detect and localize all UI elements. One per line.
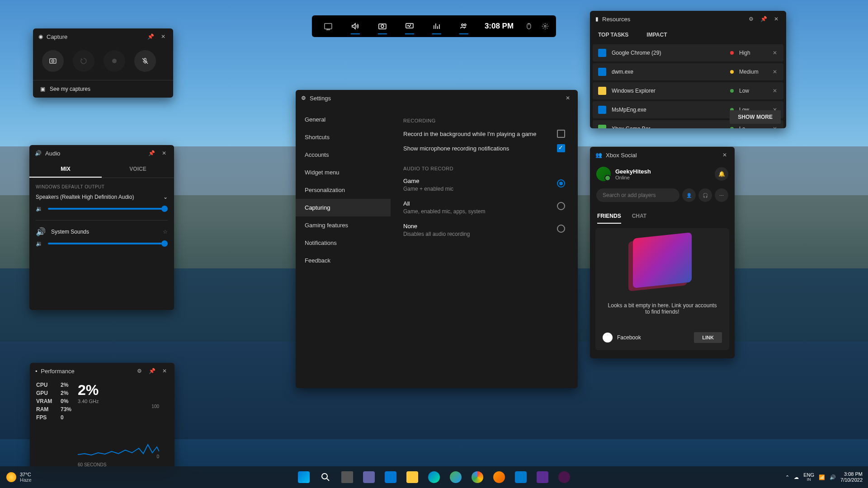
output-device-dropdown[interactable]: Speakers (Realtek High Definition Audio)… — [36, 194, 168, 200]
settings-nav: General Shortcuts Accounts Widget menu P… — [296, 106, 391, 386]
nav-gaming-features[interactable]: Gaming features — [296, 216, 391, 234]
svg-rect-0 — [325, 23, 332, 29]
teams-icon[interactable] — [359, 467, 379, 487]
chrome-icon[interactable] — [467, 467, 487, 487]
link-facebook-button[interactable]: LINK — [694, 332, 722, 343]
pin-icon[interactable]: 📌 — [147, 366, 156, 375]
close-icon[interactable]: ✕ — [563, 94, 572, 103]
radio-none[interactable] — [557, 225, 565, 233]
tab-top-tasks[interactable]: TOP TASKS — [598, 27, 628, 42]
perf-frequency: 3.40 GHz — [78, 399, 159, 404]
tray-clock[interactable]: 3:08 PM 7/10/2022 — [840, 471, 863, 483]
task-view-button[interactable] — [337, 467, 357, 487]
topbar-time: 3:08 PM — [477, 22, 521, 31]
vs-icon[interactable] — [533, 467, 552, 487]
system-sounds-slider[interactable] — [48, 243, 168, 244]
see-captures-link[interactable]: ▣ See my captures — [33, 80, 173, 98]
show-more-button[interactable]: SHOW MORE — [730, 110, 781, 124]
nav-shortcuts[interactable]: Shortcuts — [296, 128, 391, 146]
tab-impact[interactable]: IMPACT — [646, 27, 667, 42]
pin-icon[interactable]: 📌 — [146, 32, 155, 41]
more-button[interactable]: ⋯ — [715, 188, 728, 202]
explorer-icon[interactable] — [402, 467, 422, 487]
close-icon[interactable]: ✕ — [772, 14, 781, 23]
tray-chevron-icon[interactable]: ⌃ — [785, 474, 789, 480]
add-friend-button[interactable]: 👤 — [682, 188, 696, 202]
nav-capturing[interactable]: Capturing — [296, 199, 391, 216]
empty-message: Looks a bit empty in here. Link your acc… — [603, 302, 722, 315]
search-button[interactable] — [316, 467, 335, 487]
radio-game-sub: Game + enabled mic — [403, 186, 453, 192]
radio-game[interactable] — [557, 179, 565, 188]
audio-icon[interactable] — [342, 15, 369, 37]
recording-header: RECORDING — [403, 118, 565, 123]
svg-point-7 — [544, 25, 546, 27]
social-icon: 👥 — [595, 152, 602, 158]
options-icon[interactable]: ⚙ — [746, 14, 755, 23]
resources-icon[interactable] — [423, 15, 450, 37]
tab-friends[interactable]: FRIENDS — [597, 209, 621, 224]
options-icon[interactable]: ⚙ — [135, 366, 144, 375]
nav-feedback[interactable]: Feedback — [296, 252, 391, 269]
app-icon — [598, 106, 606, 114]
performance-icon[interactable] — [396, 15, 423, 37]
widgets-icon[interactable] — [315, 15, 342, 37]
nav-personalization[interactable]: Personalization — [296, 181, 391, 199]
app-icon[interactable] — [446, 467, 466, 487]
nav-accounts[interactable]: Accounts — [296, 146, 391, 164]
vscode-icon[interactable] — [511, 467, 531, 487]
speaker-icon: 🔊 — [36, 227, 46, 237]
impact-dot — [730, 51, 734, 55]
close-icon[interactable]: ✕ — [720, 150, 729, 160]
close-icon[interactable]: ✕ — [159, 32, 168, 41]
empty-friends-card: Looks a bit empty in here. Link your acc… — [595, 228, 729, 350]
facebook-label: Facebook — [617, 334, 641, 341]
record-last-button — [73, 50, 94, 72]
background-record-checkbox[interactable] — [557, 130, 565, 138]
master-volume-slider[interactable] — [48, 208, 168, 210]
slack-icon[interactable] — [554, 467, 574, 487]
edge-icon[interactable] — [424, 467, 444, 487]
search-players-input[interactable] — [596, 188, 679, 202]
speaker-icon: 🔉 — [36, 206, 42, 212]
pin-icon[interactable]: 📌 — [147, 149, 156, 158]
firefox-icon[interactable] — [489, 467, 509, 487]
close-icon[interactable]: ✕ — [160, 366, 169, 375]
resource-row: Google Chrome (29)High✕ — [593, 44, 783, 61]
audio-widget: 🔊 Audio 📌 ✕ MIX VOICE WINDOWS DEFAULT OU… — [29, 145, 174, 310]
settings-icon[interactable] — [537, 15, 553, 37]
nav-notifications[interactable]: Notifications — [296, 234, 391, 252]
social-icon[interactable] — [450, 15, 477, 37]
onedrive-icon[interactable]: ☁ — [794, 474, 799, 480]
end-task-button[interactable]: ✕ — [772, 50, 778, 56]
notifications-button[interactable]: 🔔 — [715, 167, 728, 181]
weather-widget[interactable]: 37°C Haze — [0, 472, 38, 483]
volume-icon[interactable]: 🔊 — [830, 474, 836, 480]
end-task-button[interactable]: ✕ — [772, 126, 778, 128]
app-icon — [598, 49, 606, 57]
mouse-icon[interactable] — [521, 15, 537, 37]
wifi-icon[interactable]: 📶 — [819, 474, 825, 480]
pin-icon[interactable]: 📌 — [759, 14, 768, 23]
start-button[interactable] — [294, 467, 314, 487]
mic-notifications-checkbox[interactable] — [557, 144, 565, 152]
tab-chat[interactable]: CHAT — [632, 209, 646, 224]
close-icon[interactable]: ✕ — [160, 149, 169, 158]
mic-toggle-button[interactable] — [134, 50, 156, 72]
end-task-button[interactable]: ✕ — [772, 69, 778, 75]
end-task-button[interactable]: ✕ — [772, 88, 778, 94]
tab-voice[interactable]: VOICE — [102, 161, 174, 178]
headset-button[interactable]: 🎧 — [698, 188, 712, 202]
radio-all[interactable] — [557, 202, 565, 210]
nav-general[interactable]: General — [296, 111, 391, 128]
store-icon[interactable] — [381, 467, 401, 487]
capture-icon[interactable] — [369, 15, 396, 37]
nav-widget-menu[interactable]: Widget menu — [296, 164, 391, 181]
user-avatar[interactable] — [596, 167, 611, 181]
background-record-label: Record in the background while I'm playi… — [403, 131, 536, 137]
svg-point-4 — [462, 24, 463, 26]
favorite-icon[interactable]: ☆ — [163, 229, 168, 235]
tab-mix[interactable]: MIX — [29, 161, 102, 178]
screenshot-button[interactable] — [42, 50, 64, 72]
radio-none-sub: Disables all audio recording — [403, 231, 470, 237]
